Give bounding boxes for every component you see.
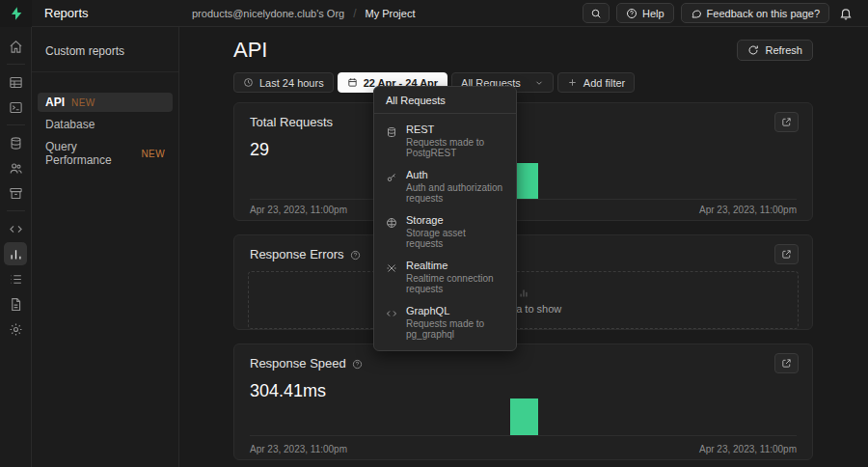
rail-item-home[interactable] (4, 35, 27, 58)
archive-box-icon (9, 186, 23, 201)
refresh-label: Refresh (765, 44, 802, 56)
option-label: Realtime (406, 260, 504, 271)
card-title: Total Requests (250, 115, 333, 129)
filter-bar: Last 24 hours 22 Apr - 24 Apr All Reques… (233, 72, 813, 93)
x-axis-start: Apr 23, 2023, 11:00pm (250, 205, 347, 215)
response-speed-card: Response Speed 304.41ms Apr 23, 2023, 11… (233, 343, 813, 460)
dropdown-option-auth[interactable]: Auth Auth and authorization requests (374, 164, 516, 209)
users-icon (9, 161, 23, 176)
speech-bubble-icon (691, 8, 702, 19)
x-axis-end: Apr 23, 2023, 11:00pm (699, 444, 797, 454)
reports-sidebar: Custom reports API NEW Database Query Pe… (32, 27, 179, 467)
list-icon (9, 272, 23, 287)
external-link-icon (781, 358, 792, 369)
bell-icon (839, 7, 853, 20)
dropdown-option-rest[interactable]: REST Requests made to PostgREST (374, 119, 516, 164)
question-circle-icon (626, 8, 637, 19)
new-badge: NEW (141, 149, 165, 159)
search-button[interactable] (583, 3, 610, 23)
home-icon (9, 40, 23, 54)
sidebar-item-label: Database (45, 118, 95, 131)
rail-item-edge-functions[interactable] (4, 217, 27, 240)
response-errors-card: Response Errors No data to show (233, 234, 813, 330)
rail-item-settings[interactable] (4, 317, 27, 341)
response-speed-chart[interactable] (250, 400, 797, 436)
option-description: Requests made to pg_graphql (406, 318, 504, 340)
refresh-icon (747, 44, 759, 56)
open-report-button[interactable] (774, 112, 799, 132)
dropdown-option-storage[interactable]: Storage Storage asset requests (374, 209, 516, 255)
sidebar-item-database[interactable]: Database (38, 115, 173, 134)
rail-divider (7, 210, 25, 211)
database-icon (9, 136, 23, 151)
breadcrumb-org[interactable]: products@nicelydone.club's Org (192, 8, 344, 19)
response-speed-value: 304.41ms (234, 371, 812, 401)
option-label: GraphQL (406, 305, 504, 316)
question-circle-icon[interactable] (352, 359, 363, 370)
open-report-button[interactable] (774, 244, 799, 264)
chart-bar[interactable] (510, 398, 538, 435)
breadcrumb-separator: / (353, 7, 356, 20)
mini-bar-chart-icon (517, 287, 530, 300)
rail-item-api-docs[interactable] (4, 292, 27, 316)
clock-icon (243, 77, 254, 88)
option-label: REST (406, 124, 504, 135)
archive-box-icon (386, 217, 397, 229)
rail-item-auth[interactable] (4, 156, 27, 179)
notifications-button[interactable] (836, 6, 855, 21)
option-description: Storage asset requests (406, 228, 504, 249)
top-bar: Reports products@nicelydone.club's Org /… (0, 0, 868, 27)
feedback-button[interactable]: Feedback on this page? (681, 3, 829, 23)
option-description: Auth and authorization requests (406, 182, 504, 204)
external-link-icon (781, 117, 792, 127)
add-filter-label: Add filter (583, 77, 625, 89)
rail-item-sql-editor[interactable] (4, 96, 27, 119)
rail-divider (7, 124, 25, 125)
page-title: API (233, 38, 267, 63)
code-brackets-icon (386, 308, 397, 319)
chart-x-axis: Apr 23, 2023, 11:00pm Apr 23, 2023, 11:0… (250, 444, 797, 454)
sidebar-item-query-performance[interactable]: Query Performance NEW (38, 137, 173, 170)
total-requests-chart[interactable] (250, 142, 797, 200)
main-header: API Refresh (233, 34, 813, 66)
x-axis-end: Apr 23, 2023, 11:00pm (699, 205, 797, 215)
sidebar-item-label: Query Performance (45, 140, 134, 167)
icon-rail (0, 27, 32, 467)
dropdown-option-realtime[interactable]: Realtime Realtime connection requests (374, 255, 516, 300)
rail-item-logs[interactable] (4, 267, 27, 290)
supabase-logo[interactable] (0, 0, 32, 27)
bar-chart-icon (9, 247, 23, 261)
rail-item-table-editor[interactable] (4, 70, 27, 94)
dropdown-option-graphql[interactable]: GraphQL Requests made to pg_graphql (374, 300, 516, 345)
chevron-down-icon (534, 78, 544, 88)
database-icon (386, 126, 397, 138)
add-filter-button[interactable]: Add filter (557, 72, 635, 93)
rail-item-reports[interactable] (4, 242, 27, 265)
open-report-button[interactable] (774, 353, 799, 373)
dropdown-option-all-requests[interactable]: All Requests (374, 87, 516, 113)
breadcrumb: products@nicelydone.club's Org / My Proj… (192, 7, 416, 20)
sidebar-item-api[interactable]: API NEW (38, 93, 173, 112)
refresh-button[interactable]: Refresh (737, 40, 813, 61)
question-circle-icon[interactable] (350, 250, 361, 261)
time-range-label: Last 24 hours (259, 77, 324, 89)
option-description: Realtime connection requests (406, 273, 504, 294)
rail-item-database[interactable] (4, 131, 27, 154)
chart-x-axis: Apr 23, 2023, 11:00pm Apr 23, 2023, 11:0… (250, 205, 797, 215)
realtime-signal-icon (386, 262, 397, 274)
card-title: Response Speed (250, 356, 346, 371)
option-label: Auth (406, 169, 504, 180)
time-range-button[interactable]: Last 24 hours (233, 72, 334, 93)
card-title: Response Errors (250, 247, 344, 261)
empty-state: No data to show (248, 271, 799, 329)
search-icon (590, 8, 602, 19)
calendar-icon (347, 77, 358, 88)
help-button[interactable]: Help (616, 3, 674, 23)
breadcrumb-project[interactable]: My Project (366, 8, 416, 19)
terminal-icon (9, 100, 23, 115)
rail-item-storage[interactable] (4, 181, 27, 205)
sidebar-item-custom-reports[interactable]: Custom reports (32, 40, 178, 63)
app-shell: Custom reports API NEW Database Query Pe… (0, 27, 868, 467)
main-content: API Refresh Last 24 hours 22 Apr - 24 Ap… (179, 27, 868, 467)
external-link-icon (781, 249, 792, 260)
